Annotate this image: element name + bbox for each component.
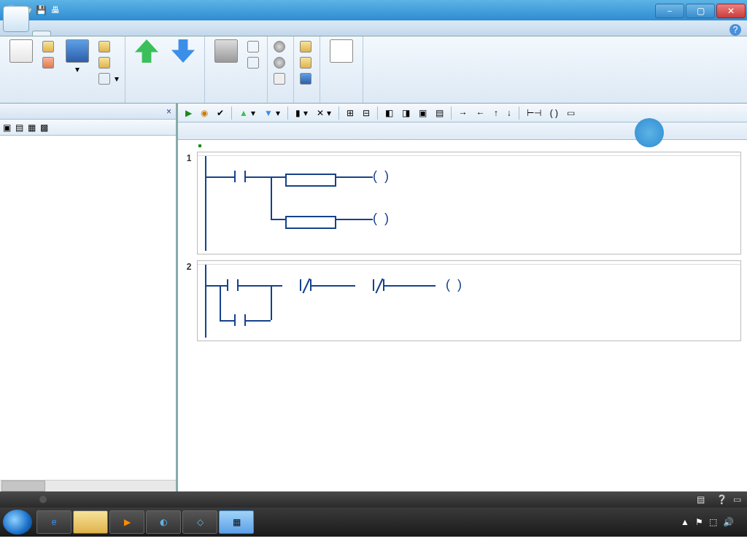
- check-button[interactable]: ✔: [214, 106, 227, 120]
- ribbon-tabs: ?: [0, 20, 747, 36]
- start-button[interactable]: [3, 510, 32, 534]
- contact-always-on[interactable]: [234, 171, 246, 182]
- tab-help[interactable]: [139, 31, 156, 36]
- compare-box-2[interactable]: [285, 216, 336, 229]
- tb-icon-2[interactable]: ⊟: [360, 106, 373, 120]
- new-button[interactable]: [6, 39, 36, 64]
- tb-icon-10[interactable]: ↓: [504, 106, 514, 120]
- contact-high-close[interactable]: [373, 279, 384, 291]
- memory-button[interactable]: [300, 71, 314, 86]
- tb-icon-7[interactable]: →: [456, 106, 471, 120]
- network-1: 1: [181, 152, 741, 254]
- taskbar-app1[interactable]: ◐: [146, 510, 181, 534]
- tb-upload[interactable]: ▲ ▾: [236, 106, 258, 120]
- tab-view[interactable]: [69, 31, 86, 36]
- compare-box-1[interactable]: [285, 174, 336, 187]
- page-setup-button[interactable]: [247, 55, 261, 70]
- tray-network-icon[interactable]: ⬚: [709, 517, 717, 527]
- close-button[interactable]: ✕: [716, 4, 746, 18]
- minimize-button[interactable]: －: [655, 4, 684, 18]
- tb-coil-icon[interactable]: ( ): [547, 106, 561, 120]
- export-button[interactable]: [98, 55, 119, 70]
- tree-btn-4[interactable]: ▩: [40, 122, 48, 133]
- app-button[interactable]: [3, 6, 29, 32]
- tree-btn-1[interactable]: ▣: [3, 122, 11, 133]
- tb-insert[interactable]: ▮ ▾: [293, 106, 311, 120]
- status-zoom-icon[interactable]: ▭: [733, 494, 741, 505]
- title-bar: 📄 📂 💾 🖶 － ▢ ✕: [0, 0, 747, 20]
- tb-box-icon[interactable]: ▭: [564, 106, 578, 120]
- status-dot: [39, 496, 47, 503]
- download-button[interactable]: [168, 39, 198, 64]
- tray-volume-icon[interactable]: 🔊: [723, 517, 734, 527]
- tb-contact-icon[interactable]: ⊢⊣: [524, 106, 544, 120]
- previous-button[interactable]: ▾: [98, 71, 119, 86]
- tb-icon-9[interactable]: ↑: [491, 106, 501, 120]
- panel-header: ×: [0, 104, 176, 120]
- tree-btn-2[interactable]: ▤: [15, 122, 23, 133]
- close-file-button[interactable]: [42, 55, 56, 70]
- coil-high-close[interactable]: [373, 213, 389, 225]
- tb-icon-8[interactable]: ←: [473, 106, 488, 120]
- qat-print-icon[interactable]: 🖶: [50, 4, 61, 16]
- maximize-button[interactable]: ▢: [686, 4, 715, 18]
- run-button[interactable]: ▶: [182, 106, 195, 120]
- coil-low-open[interactable]: [373, 171, 389, 182]
- tree-hscroll[interactable]: [0, 480, 176, 491]
- project-tree[interactable]: [0, 136, 176, 480]
- status-icon-1[interactable]: ▤: [697, 494, 705, 505]
- qat-save-icon[interactable]: 💾: [35, 4, 47, 16]
- timer-badge: [635, 118, 664, 147]
- create-button[interactable]: [300, 39, 314, 54]
- window-buttons: － ▢ ✕: [655, 2, 747, 18]
- ribbon: ▾ ▾: [0, 36, 747, 104]
- open-folder-button[interactable]: [300, 55, 314, 70]
- panel-close-icon[interactable]: ×: [166, 106, 171, 117]
- taskbar-media[interactable]: ▶: [109, 510, 144, 534]
- contact-low-open[interactable]: [227, 279, 239, 291]
- status-help-icon[interactable]: ❔: [716, 494, 727, 505]
- ribbon-group-protect: [268, 36, 294, 103]
- ladder-canvas[interactable]: 1: [178, 140, 747, 491]
- tab-tools[interactable]: [121, 31, 139, 36]
- datapage-button[interactable]: [274, 71, 287, 86]
- sub-comment: [198, 144, 741, 147]
- tab-debug[interactable]: [104, 31, 121, 36]
- taskbar-step7[interactable]: ▦: [219, 510, 254, 534]
- help-icon[interactable]: ?: [729, 24, 741, 36]
- status-bar: ▤ ❔ ▭: [0, 491, 747, 508]
- tray-flag2-icon[interactable]: ⚑: [695, 517, 703, 527]
- gsdml-button[interactable]: [326, 39, 357, 64]
- coil-auto-valve[interactable]: [446, 279, 462, 291]
- tb-icon-4[interactable]: ◨: [399, 106, 413, 120]
- tab-plc[interactable]: [86, 31, 104, 36]
- pou-button[interactable]: [274, 55, 287, 70]
- tb-icon-1[interactable]: ⊞: [344, 106, 357, 120]
- tb-icon-6[interactable]: ▤: [433, 106, 446, 120]
- save-button[interactable]: ▾: [62, 39, 93, 74]
- tree-btn-3[interactable]: ▦: [28, 122, 36, 133]
- preview-button[interactable]: [247, 39, 261, 54]
- project-button[interactable]: [274, 39, 287, 54]
- tray-flag-icon[interactable]: ▲: [681, 517, 689, 527]
- panel-toolbar: ▣ ▤ ▦ ▩: [0, 120, 176, 136]
- import-button[interactable]: [98, 39, 119, 54]
- tb-icon-5[interactable]: ▣: [416, 106, 430, 120]
- tb-download[interactable]: ▼ ▾: [261, 106, 283, 120]
- taskbar-app2[interactable]: ◇: [182, 510, 217, 534]
- taskbar-explorer[interactable]: [73, 510, 108, 534]
- taskbar-ie[interactable]: e: [36, 510, 71, 534]
- tab-edit[interactable]: [51, 31, 69, 36]
- upload-button[interactable]: [131, 39, 162, 64]
- main-area: × ▣ ▤ ▦ ▩ ▶ ◉ ✔ ▲ ▾ ▼ ▾ ▮ ▾ ✕ ▾ ⊞ ⊟ ◧: [0, 104, 747, 491]
- open-button[interactable]: [42, 39, 56, 54]
- contact-auto-valve[interactable]: [234, 314, 246, 326]
- tb-delete[interactable]: ✕ ▾: [314, 106, 334, 120]
- tab-file[interactable]: [32, 31, 51, 36]
- stop-button[interactable]: ◉: [198, 106, 211, 120]
- print-button[interactable]: [211, 39, 241, 64]
- ribbon-group-gsdml: [320, 36, 363, 103]
- tb-icon-3[interactable]: ◧: [382, 106, 396, 120]
- contact-fault-stop[interactable]: [300, 279, 311, 291]
- system-tray: ▲ ⚑ ⬚ 🔊: [681, 517, 744, 527]
